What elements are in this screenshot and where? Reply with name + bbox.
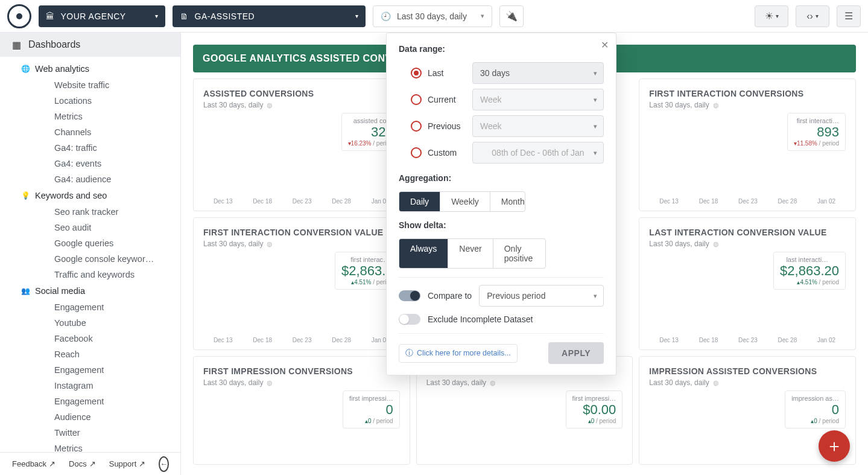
feedback-label: Feedback — [12, 459, 46, 468]
sidebar-category[interactable]: 🌐Web analytics — [0, 60, 180, 77]
sidebar-item[interactable]: Engagement — [0, 394, 180, 409]
sidebar-item[interactable]: Youtube — [0, 315, 180, 331]
docs-link[interactable]: Docs ↗ — [69, 459, 96, 468]
share-dropdown[interactable]: ‹›▾ — [796, 5, 829, 27]
sidebar-item[interactable]: Locations — [0, 93, 180, 109]
sidebar-item[interactable]: Twitter — [0, 425, 180, 441]
chart-area: last interacti…$2,863.20▴4.51% / periodD… — [649, 252, 846, 343]
agency-label: YOUR AGENCY — [61, 11, 126, 21]
sidebar-item[interactable]: Website traffic — [0, 77, 180, 93]
bars-container — [203, 269, 400, 333]
close-button[interactable]: ✕ — [601, 39, 609, 51]
bars-container — [649, 269, 846, 333]
sidebar-item[interactable]: Engagement — [0, 299, 180, 315]
sidebar-item[interactable]: Metrics — [0, 109, 180, 124]
compare-label: Compare to — [428, 291, 472, 301]
globe-icon: ◍ — [490, 379, 496, 387]
sidebar-item[interactable]: Google console keywor… — [0, 251, 180, 267]
agg-monthly[interactable]: Monthly — [490, 192, 525, 211]
x-tick: Dec 13 — [214, 198, 233, 205]
sidebar-item[interactable]: Seo rank tracker — [0, 204, 180, 220]
sidebar-item[interactable]: Ga4: traffic — [0, 140, 180, 156]
agency-dropdown[interactable]: 🏛 YOUR AGENCY ▾ — [39, 5, 165, 27]
aggregation-heading: Aggregation: — [399, 173, 604, 183]
x-axis: Dec 13Dec 18Dec 23Dec 28Jan 02 — [649, 198, 846, 205]
delta-always[interactable]: Always — [399, 239, 448, 268]
x-tick: Jan 02 — [817, 198, 835, 205]
apply-button[interactable]: APPLY — [548, 342, 604, 364]
sidebar-item[interactable]: Instagram — [0, 378, 180, 394]
metric-card: FIRST INTERACTION CONVERSIONSLast 30 day… — [639, 78, 856, 211]
exclude-toggle[interactable] — [399, 314, 420, 325]
menu-button[interactable]: ☰ — [837, 5, 861, 27]
card-title: ASSISTED CONVERSIONS — [203, 89, 400, 98]
plug-icon: 🔌 — [505, 10, 518, 22]
chevron-down-icon: ▾ — [816, 13, 819, 19]
sidebar-header[interactable]: ▦ Dashboards — [0, 33, 180, 57]
category-label: Social media — [35, 286, 85, 296]
details-label: Click here for more details... — [417, 349, 511, 357]
delta-never[interactable]: Never — [448, 239, 493, 268]
sidebar-item[interactable]: Reach — [0, 346, 180, 362]
compare-select[interactable]: Previous period — [479, 285, 604, 307]
card-title: IMPRESSION ASSISTED CONVERSIONS — [649, 366, 846, 376]
compare-toggle[interactable] — [399, 290, 420, 301]
sidebar-category[interactable]: 💡Keywords and seo — [0, 187, 180, 204]
support-link[interactable]: Support ↗ — [109, 459, 146, 468]
x-tick: Dec 13 — [659, 198, 679, 205]
radio-last[interactable] — [411, 68, 422, 78]
last-value-select[interactable]: 30 days — [472, 62, 604, 84]
menu-icon: ☰ — [844, 10, 853, 22]
sidebar-category[interactable]: 👥Social media — [0, 282, 180, 299]
card-title: FIRST INTERACTION CONVERSIONS — [649, 89, 846, 98]
divider — [399, 277, 604, 278]
external-icon: ↗ — [139, 459, 145, 468]
bars-container — [203, 407, 400, 471]
card-title: FIRST INTERACTION CONVERSION VALUE — [203, 228, 400, 237]
chart-area: assisted co…320▾16.23% / periodDec 13Dec… — [203, 113, 400, 205]
sidebar-item[interactable]: Channels — [0, 124, 180, 140]
x-tick: Dec 28 — [778, 337, 797, 343]
info-icon: ⓘ — [405, 348, 413, 359]
badge-label: first interac… — [341, 256, 390, 263]
x-tick: Dec 28 — [332, 198, 351, 205]
badge-label: impression as… — [791, 395, 839, 402]
x-tick: Dec 18 — [699, 198, 718, 205]
bars-container — [203, 130, 400, 194]
globe-icon: ◍ — [713, 101, 719, 109]
sidebar-item[interactable]: Audience — [0, 409, 180, 425]
sidebar-scroll[interactable]: 🌐Web analyticsWebsite trafficLocationsMe… — [0, 57, 180, 452]
back-button[interactable]: ← — [159, 456, 169, 472]
sidebar-item[interactable]: Metrics — [0, 441, 180, 452]
radio-current[interactable] — [411, 94, 422, 105]
card-title: LAST INTERACTION CONVERSION VALUE — [649, 228, 846, 237]
agg-daily[interactable]: Daily — [399, 192, 440, 211]
sidebar-item[interactable]: Facebook — [0, 331, 180, 346]
card-subtitle: Last 30 days, daily ◍ — [203, 378, 400, 387]
theme-dropdown[interactable]: ☀▾ — [755, 5, 788, 27]
radio-previous[interactable] — [411, 121, 422, 132]
support-label: Support — [109, 459, 137, 468]
metric-card: FIRST INTERACTION CONVERSION VALUELast 3… — [193, 217, 410, 350]
sidebar-item[interactable]: Seo audit — [0, 220, 180, 235]
sidebar-item[interactable]: Engagement — [0, 362, 180, 378]
sidebar-item[interactable]: Google queries — [0, 235, 180, 251]
details-link[interactable]: ⓘClick here for more details... — [399, 344, 518, 363]
plug-button[interactable]: 🔌 — [499, 5, 524, 27]
sidebar-item[interactable]: Ga4: events — [0, 156, 180, 171]
feedback-link[interactable]: Feedback ↗ — [12, 459, 55, 468]
project-dropdown[interactable]: 🗎 GA-ASSISTED ▾ — [173, 5, 366, 27]
delta-only-positive[interactable]: Only positive — [493, 239, 545, 268]
sidebar-item[interactable]: Traffic and keywords — [0, 267, 180, 282]
docs-label: Docs — [69, 459, 87, 468]
agg-weekly[interactable]: Weekly — [440, 192, 490, 211]
add-fab[interactable]: ＋ — [819, 430, 850, 462]
sidebar-item[interactable]: Ga4: audience — [0, 171, 180, 187]
card-title: FIRST IMPRESSION CONVERSIONS — [203, 366, 400, 376]
sidebar: ▦ Dashboards 🌐Web analyticsWebsite traff… — [0, 33, 181, 475]
date-range-dropdown[interactable]: 🕘 Last 30 days, daily ▾ — [373, 5, 492, 27]
radio-custom[interactable] — [411, 147, 422, 158]
chart-area: first impressi…$0.00▴0 / periodDec 13Dec… — [426, 391, 623, 475]
card-subtitle: Last 30 days, daily ◍ — [649, 101, 846, 109]
x-axis: Dec 13Dec 18Dec 23Dec 28Jan 02 — [649, 337, 846, 343]
